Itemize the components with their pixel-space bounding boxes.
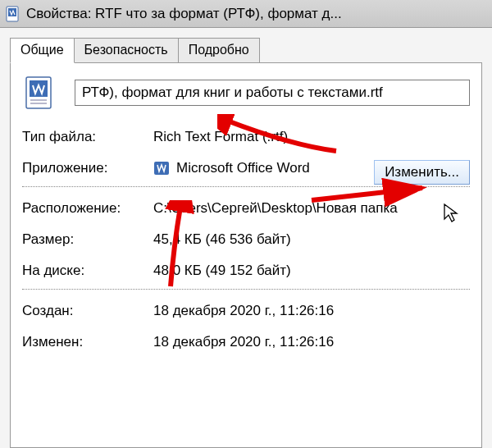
separator <box>22 289 470 290</box>
modified-label: Изменен: <box>22 334 153 350</box>
filetype-row: Тип файла: Rich Text Format (.rtf) <box>22 129 470 145</box>
separator <box>22 186 470 187</box>
ondisk-label: На диске: <box>22 263 153 279</box>
filetype-value: Rich Text Format (.rtf) <box>153 129 470 145</box>
window-title: Свойства: RTF что за формат (РТФ), форма… <box>26 6 342 22</box>
location-label: Расположение: <box>22 200 153 217</box>
application-row: Приложение: Microsoft Office Word Измени… <box>22 160 470 176</box>
created-label: Создан: <box>22 303 153 319</box>
tabstrip: Общие Безопасность Подробно <box>10 36 482 62</box>
content-area: Общие Безопасность Подробно Тип файла: R… <box>0 28 492 448</box>
size-value: 45,4 КБ (46 536 байт) <box>153 231 470 248</box>
filename-row <box>22 75 470 111</box>
application-value: Microsoft Office Word <box>176 160 310 176</box>
size-row: Размер: 45,4 КБ (46 536 байт) <box>22 231 470 248</box>
size-label: Размер: <box>22 231 153 248</box>
svg-rect-3 <box>30 80 48 97</box>
change-button[interactable]: Изменить... <box>374 160 470 185</box>
modified-value: 18 декабря 2020 г., 11:26:16 <box>153 334 470 350</box>
rtf-file-icon <box>5 6 21 22</box>
location-row: Расположение: C:\Users\Сергей\Desktop\Но… <box>22 200 470 217</box>
titlebar: Свойства: RTF что за формат (РТФ), форма… <box>0 0 492 28</box>
created-value: 18 декабря 2020 г., 11:26:16 <box>153 303 470 319</box>
rtf-file-icon <box>22 75 58 111</box>
tab-details[interactable]: Подробно <box>178 38 260 62</box>
word-app-icon <box>153 160 170 176</box>
tab-security[interactable]: Безопасность <box>74 38 179 62</box>
ondisk-value: 48,0 КБ (49 152 байт) <box>153 263 470 279</box>
application-label: Приложение: <box>22 160 153 176</box>
tab-panel-general: Тип файла: Rich Text Format (.rtf) Прило… <box>10 62 482 448</box>
location-value: C:\Users\Сергей\Desktop\Новая папка <box>153 200 470 217</box>
tab-general[interactable]: Общие <box>10 38 75 63</box>
ondisk-row: На диске: 48,0 КБ (49 152 байт) <box>22 263 470 279</box>
created-row: Создан: 18 декабря 2020 г., 11:26:16 <box>22 303 470 319</box>
filename-input[interactable] <box>75 80 470 106</box>
modified-row: Изменен: 18 декабря 2020 г., 11:26:16 <box>22 334 470 350</box>
filetype-label: Тип файла: <box>22 129 153 145</box>
